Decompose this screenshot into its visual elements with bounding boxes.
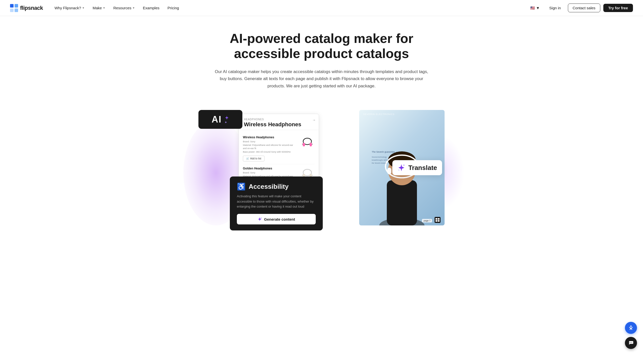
nav-pricing[interactable]: Pricing bbox=[164, 4, 183, 12]
nav-resources[interactable]: Resources ▼ bbox=[110, 4, 138, 12]
svg-text:Several technology: Several technology bbox=[372, 156, 387, 158]
sparkle-icon bbox=[257, 217, 262, 221]
svg-rect-1 bbox=[15, 4, 18, 8]
svg-text:The Severin guarantee →: The Severin guarantee → bbox=[372, 151, 398, 153]
page-number: page 7 bbox=[422, 219, 432, 222]
logo-text: flipsnack bbox=[20, 5, 43, 11]
translate-text: Translate bbox=[408, 164, 437, 172]
navbar: flipsnack Why Flipsnack? ▼ Make ▼ Resour… bbox=[0, 0, 643, 16]
svg-rect-15 bbox=[387, 180, 417, 225]
person-figure: The Severin guarantee → Several technolo… bbox=[359, 127, 445, 225]
chevron-down-icon: ▼ bbox=[82, 7, 85, 9]
hero-title: AI-powered catalog maker for accessible … bbox=[211, 31, 432, 61]
headphone-pink-icon bbox=[300, 136, 314, 150]
person-with-headphones-icon: The Severin guarantee → Several technolo… bbox=[367, 140, 437, 225]
sign-in-button[interactable]: Sign in bbox=[545, 4, 565, 12]
hero-section: AI-powered catalog maker for accessible … bbox=[201, 16, 442, 100]
sparkle-small-icon bbox=[224, 121, 227, 124]
try-free-button[interactable]: Try for free bbox=[603, 4, 633, 12]
catalog-header: Headphones Wireless Headphones → bbox=[239, 114, 319, 130]
catalog-subtitle: Headphones bbox=[244, 118, 314, 121]
spread-brand-icon bbox=[435, 217, 441, 223]
accessibility-card: ♿ Accessibility Activating this feature … bbox=[230, 176, 323, 230]
svg-rect-5 bbox=[303, 143, 305, 146]
nav-why-flipsnack[interactable]: Why Flipsnack? ▼ bbox=[51, 4, 88, 12]
hero-description: Our AI catalogue maker helps you create … bbox=[213, 68, 430, 90]
translate-badge: Translate bbox=[392, 160, 442, 175]
product-name-2: Golden Headphones bbox=[243, 167, 297, 170]
demo-section: AI Headphones Wireless Headphones → bbox=[183, 110, 460, 230]
product-name-1: Wireless Headphones bbox=[243, 136, 297, 139]
generate-content-button[interactable]: Generate content bbox=[237, 214, 316, 224]
svg-rect-2 bbox=[10, 9, 14, 12]
svg-rect-6 bbox=[309, 143, 312, 146]
ai-sparkles bbox=[224, 115, 229, 124]
ai-badge: AI bbox=[198, 110, 242, 129]
language-selector[interactable]: 🇺🇸 ▼ bbox=[528, 4, 542, 12]
sparkle-large-icon bbox=[224, 115, 229, 120]
chevron-down-icon: ▼ bbox=[536, 6, 540, 10]
nav-items: Why Flipsnack? ▼ Make ▼ Resources ▼ Exam… bbox=[51, 4, 528, 12]
main-content: AI-powered catalog maker for accessible … bbox=[0, 0, 643, 230]
svg-text:breakthroughs define: breakthroughs define bbox=[372, 159, 388, 161]
accessibility-title: Accessibility bbox=[249, 183, 289, 191]
product-row-1: Wireless Headphones Brand: Sony Material… bbox=[243, 133, 315, 164]
product-details-1: Brand: Sony Material: Polyurethane and s… bbox=[243, 140, 297, 154]
product-image-1 bbox=[300, 136, 315, 151]
svg-rect-19 bbox=[387, 168, 391, 174]
catalog-nav-arrow-icon[interactable]: → bbox=[312, 118, 316, 122]
spread-header: Severin Electronics bbox=[359, 110, 445, 118]
accessibility-description: Activating this feature will make your c… bbox=[237, 194, 316, 209]
svg-rect-0 bbox=[10, 4, 14, 8]
svg-rect-3 bbox=[15, 9, 18, 12]
contact-sales-button[interactable]: Contact sales bbox=[568, 4, 600, 12]
logo[interactable]: flipsnack bbox=[10, 4, 43, 12]
translate-sparkle-icon bbox=[397, 164, 405, 172]
cart-icon: 🛒 bbox=[246, 157, 249, 160]
nav-make[interactable]: Make ▼ bbox=[89, 4, 109, 12]
accessibility-icon: ♿ bbox=[237, 183, 246, 191]
ai-text: AI bbox=[212, 114, 222, 125]
chevron-down-icon: ▼ bbox=[132, 7, 135, 9]
catalog-title: Wireless Headphones bbox=[244, 121, 314, 128]
chevron-down-icon: ▼ bbox=[103, 7, 105, 9]
svg-text:the Severin brand...: the Severin brand... bbox=[372, 162, 387, 164]
accessibility-header: ♿ Accessibility bbox=[237, 183, 316, 191]
nav-right: 🇺🇸 ▼ Sign in Contact sales Try for free bbox=[528, 4, 633, 12]
add-to-list-button[interactable]: 🛒 Add to list bbox=[243, 156, 264, 161]
product-info-1: Wireless Headphones Brand: Sony Material… bbox=[243, 136, 297, 161]
logo-icon bbox=[10, 4, 18, 12]
nav-examples[interactable]: Examples bbox=[139, 4, 163, 12]
